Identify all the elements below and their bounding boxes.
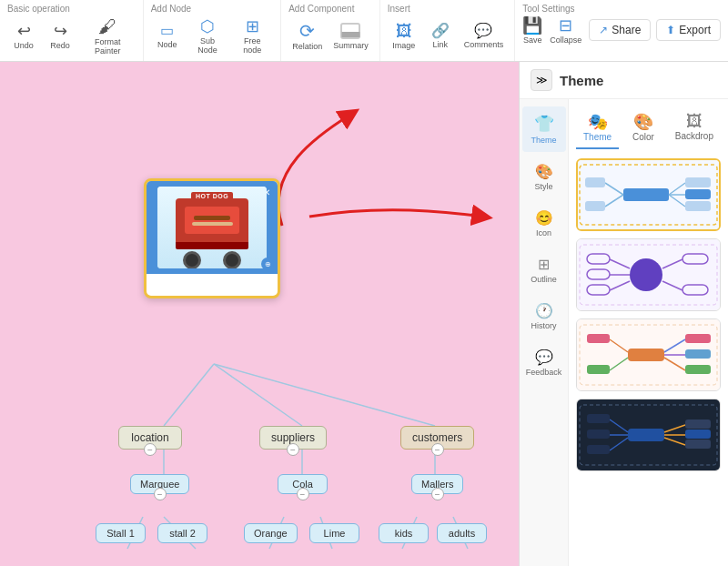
free-node-icon: ⊞ xyxy=(246,18,259,35)
relation-button[interactable]: ⟳ Relation xyxy=(288,20,326,53)
collapse-button[interactable]: ⊟ Collapse xyxy=(550,15,581,45)
svg-rect-63 xyxy=(685,440,711,449)
marquee-collapse[interactable]: − xyxy=(154,488,167,500)
svg-line-18 xyxy=(605,195,623,207)
free-node-button[interactable]: ⊞ Free node xyxy=(231,16,273,56)
svg-line-16 xyxy=(605,183,623,195)
theme-card-blue[interactable] xyxy=(576,158,721,231)
side-tab-outline[interactable]: ⊞ Outline xyxy=(522,248,566,291)
stall1-node[interactable]: Stall 1 xyxy=(96,523,146,543)
svg-point-27 xyxy=(630,258,662,291)
location-node[interactable]: location − xyxy=(118,426,182,450)
node-button[interactable]: ▭ Node xyxy=(151,22,184,51)
theme-card-blue-content xyxy=(578,160,719,229)
adults-node[interactable]: adults xyxy=(437,523,487,543)
tab-backdrop[interactable]: 🖼 Backdrop xyxy=(668,106,721,149)
mallers-node[interactable]: Mallers − xyxy=(411,474,463,494)
tab-theme[interactable]: 🎭 Theme xyxy=(576,106,619,149)
redo-button[interactable]: ↪ Redo xyxy=(44,21,76,52)
adults-label: adults xyxy=(449,528,475,539)
side-tab-theme[interactable]: 👕 Theme xyxy=(522,106,566,152)
redo-icon: ↪ xyxy=(54,23,67,39)
svg-rect-57 xyxy=(587,445,610,454)
orange-node[interactable]: Orange xyxy=(244,523,298,543)
svg-rect-51 xyxy=(628,429,664,441)
summary-button[interactable]: ▬ Summary xyxy=(329,21,372,52)
collapse-icon: ⊟ xyxy=(559,15,572,35)
toolbar-group-tool-settings: Tool Settings 💾 Save ⊟ Collapse ↗ Share … xyxy=(515,0,728,61)
group-label-add-node: Add Node xyxy=(151,4,274,14)
link-label: Link xyxy=(432,40,448,49)
svg-line-36 xyxy=(662,281,682,290)
lime-node[interactable]: Lime xyxy=(309,523,359,543)
tab-color[interactable]: 🎨 Color xyxy=(622,106,664,149)
toolbar-group-add-node: Add Node ▭ Node ⬡ Sub Node ⊞ Free node xyxy=(144,0,282,61)
svg-line-24 xyxy=(669,195,685,207)
stall2-node[interactable]: stall 2 xyxy=(157,523,207,543)
customers-collapse[interactable]: − xyxy=(431,443,444,456)
customers-node[interactable]: customers − xyxy=(400,426,474,450)
format-painter-button[interactable]: 🖌 Format Painter xyxy=(80,15,136,57)
svg-rect-45 xyxy=(685,334,711,343)
sub-node-button[interactable]: ⬡ Sub Node xyxy=(187,16,228,56)
undo-button[interactable]: ↩ Undo xyxy=(7,21,40,52)
export-icon: ⬆ xyxy=(666,24,675,36)
svg-rect-59 xyxy=(685,419,711,429)
suppliers-collapse[interactable]: − xyxy=(287,443,299,456)
side-tab-feedback[interactable]: 💬 Feedback xyxy=(522,341,566,384)
icon-tab-icon: 😊 xyxy=(535,209,553,227)
svg-line-2 xyxy=(164,364,214,426)
panel-collapse-button[interactable]: ≫ xyxy=(531,69,552,91)
comments-button[interactable]: 💬 Comments xyxy=(460,22,508,51)
sub-node-icon: ⬡ xyxy=(200,18,215,35)
svg-line-42 xyxy=(610,358,628,370)
image-button[interactable]: 🖼 Image xyxy=(388,21,420,52)
theme-preview-purple xyxy=(578,243,719,307)
tab-theme-label: Theme xyxy=(583,132,612,142)
theme-card-colorful[interactable] xyxy=(576,318,721,391)
location-collapse[interactable]: − xyxy=(144,443,157,456)
root-node-label: food cart xyxy=(147,274,278,296)
format-painter-icon: 🖌 xyxy=(98,17,116,35)
toolbar-group-basic: Basic operation ↩ Undo ↪ Redo 🖌 Format P… xyxy=(0,0,144,61)
summary-icon: ▬ xyxy=(340,23,360,39)
canvas[interactable]: ✕ HOT DOG xyxy=(0,62,519,566)
marquee-node[interactable]: Marquee − xyxy=(130,474,189,494)
suppliers-node[interactable]: suppliers − xyxy=(259,426,327,450)
share-button[interactable]: ↗ Share xyxy=(589,19,651,41)
sub-node-label: Sub Node xyxy=(191,36,225,55)
undo-label: Undo xyxy=(14,41,34,50)
cola-node[interactable]: Cola − xyxy=(278,474,328,494)
feedback-tab-icon: 💬 xyxy=(535,349,553,366)
panel-header: ≫ Theme xyxy=(520,62,728,99)
side-tab-style[interactable]: 🎨 Style xyxy=(522,156,566,198)
mallers-collapse[interactable]: − xyxy=(431,488,444,500)
svg-line-62 xyxy=(664,438,685,445)
link-icon: 🔗 xyxy=(431,24,450,38)
root-node[interactable]: ✕ HOT DOG xyxy=(144,178,280,298)
save-button[interactable]: 💾 Save xyxy=(522,15,542,45)
save-label: Save xyxy=(523,35,542,45)
panel-title: Theme xyxy=(560,73,603,88)
right-panel: ≫ Theme 👕 Theme 🎨 Style 😊 Icon xyxy=(519,62,728,566)
theme-card-dark[interactable] xyxy=(576,399,721,471)
side-tab-history[interactable]: 🕐 History xyxy=(522,295,566,338)
svg-rect-23 xyxy=(685,189,711,199)
svg-rect-39 xyxy=(628,349,664,361)
theme-card-purple-content xyxy=(577,239,720,310)
kids-node[interactable]: kids xyxy=(379,523,429,543)
resize-button[interactable]: ⊕ xyxy=(261,258,274,270)
tool-settings-label: Tool Settings xyxy=(522,4,721,14)
toolbar: Basic operation ↩ Undo ↪ Redo 🖌 Format P… xyxy=(0,0,728,62)
cola-collapse[interactable]: − xyxy=(297,488,309,500)
svg-rect-47 xyxy=(685,349,711,359)
theme-tab-icon: 👕 xyxy=(534,114,554,134)
link-button[interactable]: 🔗 Link xyxy=(424,22,457,51)
save-icon: 💾 xyxy=(522,15,542,35)
export-button[interactable]: ⬆ Export xyxy=(656,19,721,41)
summary-label: Summary xyxy=(333,41,369,50)
location-label: location xyxy=(131,431,168,444)
theme-card-purple[interactable] xyxy=(576,238,721,311)
side-tab-icon[interactable]: 😊 Icon xyxy=(522,202,566,245)
theme-card-colorful-content xyxy=(577,319,720,390)
